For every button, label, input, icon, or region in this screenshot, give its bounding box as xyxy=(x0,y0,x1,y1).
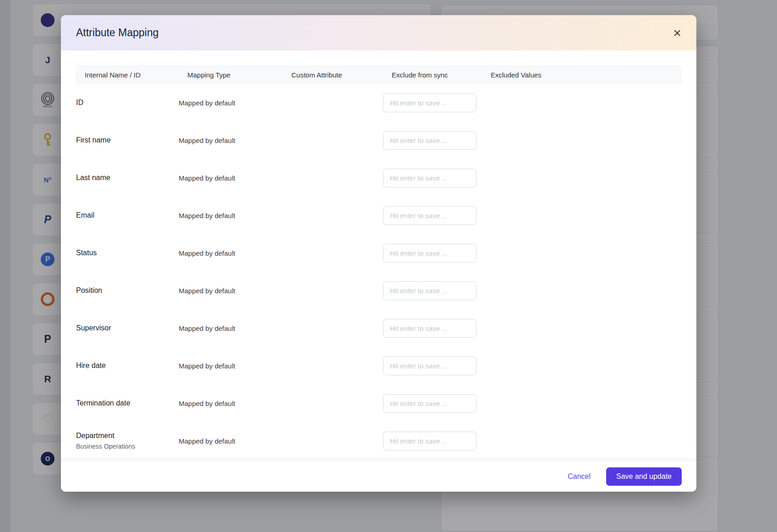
mapping-type: Mapped by default xyxy=(179,362,283,370)
dialog-body: Internal Name / ID Mapping Type Custom A… xyxy=(61,50,696,461)
exclude-from-sync-input[interactable] xyxy=(383,169,476,187)
save-and-update-button[interactable]: Save and update xyxy=(606,467,682,486)
table-row: Termination date Mapped by default xyxy=(76,384,681,422)
table-row: First name Mapped by default xyxy=(76,121,681,159)
attribute-subtitle: Business Operations xyxy=(76,443,179,450)
exclude-from-sync-input[interactable] xyxy=(383,319,476,338)
exclude-from-sync-input[interactable] xyxy=(383,394,476,413)
attribute-name: Last name xyxy=(76,174,179,182)
table-row: Position Mapped by default xyxy=(76,272,681,309)
column-exclude-from-sync: Exclude from sync xyxy=(392,71,491,79)
table-row: Department Business Operations Mapped by… xyxy=(76,422,681,460)
exclude-from-sync-input[interactable] xyxy=(383,281,476,300)
attribute-name: Department xyxy=(76,432,179,440)
attribute-name: First name xyxy=(76,136,179,144)
attribute-name: Email xyxy=(76,211,179,219)
attribute-name: Position xyxy=(76,286,179,295)
column-mapping-type: Mapping Type xyxy=(187,71,291,79)
mapping-type: Mapped by default xyxy=(179,287,283,295)
column-internal-name: Internal Name / ID xyxy=(85,71,187,79)
table-row: Status Mapped by default xyxy=(76,234,681,272)
table-header: Internal Name / ID Mapping Type Custom A… xyxy=(76,66,681,84)
exclude-from-sync-input[interactable] xyxy=(383,131,476,150)
mapping-type: Mapped by default xyxy=(179,212,283,219)
attribute-mapping-dialog: Attribute Mapping × Internal Name / ID M… xyxy=(61,15,696,492)
exclude-from-sync-input[interactable] xyxy=(383,356,476,375)
column-custom-attribute: Custom Attribute xyxy=(291,71,392,79)
dialog-title: Attribute Mapping xyxy=(76,27,159,39)
mapping-type: Mapped by default xyxy=(179,437,283,445)
mapping-type: Mapped by default xyxy=(179,400,283,407)
mapping-type: Mapped by default xyxy=(179,99,283,107)
mapping-type: Mapped by default xyxy=(179,324,283,332)
attribute-rows: ID Mapped by default First name Mapped b… xyxy=(76,84,681,460)
exclude-from-sync-input[interactable] xyxy=(383,432,476,450)
table-row: Last name Mapped by default xyxy=(76,159,681,197)
attribute-name: Supervisor xyxy=(76,324,179,332)
exclude-from-sync-input[interactable] xyxy=(383,93,476,112)
attribute-name: Termination date xyxy=(76,399,179,407)
attribute-name: Hire date xyxy=(76,362,179,370)
dialog-footer: Cancel Save and update xyxy=(61,461,696,492)
table-row: ID Mapped by default xyxy=(76,84,681,121)
attribute-name: Status xyxy=(76,249,179,257)
close-icon[interactable]: × xyxy=(673,26,681,40)
table-row: Supervisor Mapped by default xyxy=(76,309,681,347)
mapping-type: Mapped by default xyxy=(179,249,283,257)
table-row: Email Mapped by default xyxy=(76,197,681,234)
attribute-name: ID xyxy=(76,99,179,107)
exclude-from-sync-input[interactable] xyxy=(383,206,476,225)
column-excluded-values: Excluded Values xyxy=(491,71,681,79)
dialog-header: Attribute Mapping × xyxy=(61,15,696,50)
exclude-from-sync-input[interactable] xyxy=(383,244,476,263)
table-row: Hire date Mapped by default xyxy=(76,347,681,384)
mapping-type: Mapped by default xyxy=(179,174,283,182)
mapping-type: Mapped by default xyxy=(179,137,283,144)
cancel-button[interactable]: Cancel xyxy=(568,472,591,481)
